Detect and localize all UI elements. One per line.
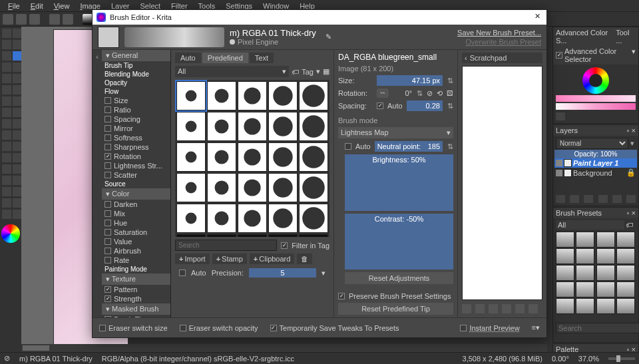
freehand-path-tool[interactable] — [2, 85, 11, 94]
prop-lightness-str-[interactable]: Lightness Str... — [102, 161, 170, 170]
preset-item[interactable] — [616, 232, 635, 248]
bezier-tool[interactable] — [13, 74, 22, 83]
status-angle[interactable]: 0.00° — [552, 355, 569, 363]
blend-mode-select[interactable]: Normal — [556, 138, 628, 149]
tab-predefined[interactable]: Predefined — [202, 53, 248, 63]
collapse-properties[interactable]: ‹ — [93, 50, 102, 317]
docker-tab-adv-color[interactable]: Advanced Color S... — [556, 29, 616, 45]
brush-tip-item[interactable] — [176, 173, 206, 202]
section-texture[interactable]: Texture — [112, 275, 136, 283]
brush-tip-item[interactable] — [176, 112, 206, 141]
precision-auto-check[interactable] — [179, 270, 186, 276]
dialog-titlebar[interactable]: Brush Editor - Krita ✕ — [93, 10, 546, 25]
scratch-reset-icon[interactable] — [529, 304, 538, 313]
scratch-fill-icon[interactable] — [475, 304, 485, 313]
checkbox[interactable] — [105, 257, 111, 264]
assistants-tool[interactable] — [13, 142, 22, 151]
prop-airbrush[interactable]: Airbrush — [102, 246, 170, 256]
prop-opacity[interactable]: Opacity — [102, 79, 170, 87]
prop-mirror[interactable]: Mirror — [102, 124, 170, 133]
brush-tool[interactable] — [13, 51, 22, 61]
preset-item[interactable] — [556, 232, 574, 248]
prop-saturation[interactable]: Saturation — [102, 228, 170, 237]
preset-item[interactable] — [616, 265, 635, 281]
brush-tip-item[interactable] — [268, 234, 298, 237]
spacing-auto-check[interactable] — [377, 102, 383, 109]
prop-ratio[interactable]: Ratio — [102, 105, 170, 114]
preset-item[interactable] — [576, 232, 594, 248]
prop-painting-mode[interactable]: Painting Mode — [102, 265, 170, 273]
magnetic-select-tool[interactable] — [13, 198, 22, 208]
layer-paint-1[interactable]: Paint Layer 1 — [554, 158, 637, 168]
section-masked[interactable]: Masked Brush — [112, 305, 158, 313]
save-doc-icon[interactable] — [29, 14, 40, 25]
preset-item[interactable] — [576, 298, 594, 314]
precision-slider[interactable]: 5 — [249, 268, 316, 277]
rotation-dial-icon[interactable]: ↔ — [377, 89, 389, 98]
brush-tip-item[interactable] — [299, 142, 328, 172]
checkbox[interactable] — [105, 162, 111, 169]
checkbox[interactable] — [105, 220, 111, 226]
checkbox[interactable] — [105, 229, 111, 236]
docker-float-icon[interactable]: ▫ — [627, 126, 630, 134]
prop-scatter[interactable]: Scatter — [102, 170, 170, 180]
brush-mode-select[interactable]: Lightness Map▾ — [338, 127, 453, 138]
brush-tip-item[interactable] — [207, 204, 236, 233]
prop-spacing[interactable]: Spacing — [102, 114, 170, 124]
shape-edit-tool[interactable] — [2, 40, 11, 49]
docker-float-icon[interactable]: ▫ — [627, 209, 630, 217]
brush-tip-item[interactable] — [207, 173, 236, 202]
preset-item[interactable] — [576, 248, 594, 264]
scratch-brush-icon[interactable] — [462, 304, 471, 313]
contiguous-select-tool[interactable] — [2, 187, 11, 196]
poly-select-tool[interactable] — [13, 176, 22, 185]
calligraphy-tool[interactable] — [13, 40, 22, 49]
menu-view[interactable]: View — [49, 1, 75, 11]
preset-search[interactable] — [556, 323, 639, 333]
preset-item[interactable] — [556, 298, 574, 314]
move-tool[interactable] — [2, 29, 11, 38]
prop-source[interactable]: Source — [102, 180, 170, 188]
text-tool[interactable] — [13, 29, 22, 38]
brush-tip-item[interactable] — [299, 173, 328, 202]
neutral-auto-check[interactable] — [345, 143, 351, 150]
spacing-field[interactable]: 0.28 — [407, 100, 443, 111]
preset-item[interactable] — [556, 265, 574, 281]
prop-rotation[interactable]: Rotation — [102, 152, 170, 161]
rot-rand-icon[interactable]: ⚄ — [447, 89, 453, 98]
brush-tip-item[interactable] — [238, 81, 267, 110]
checkbox[interactable] — [105, 153, 111, 160]
freehand-select-tool[interactable] — [2, 176, 11, 185]
preset-tag-select[interactable]: All — [556, 220, 624, 230]
docker-menu-icon[interactable]: ▾ — [632, 47, 636, 63]
rect-tool[interactable] — [2, 63, 11, 72]
rot-reset-icon[interactable]: ⊘ — [427, 89, 433, 98]
new-doc-icon[interactable] — [3, 14, 13, 25]
duplicate-layer-icon[interactable] — [570, 195, 579, 203]
spinner-icon[interactable]: ⇅ — [447, 142, 453, 151]
menu-file[interactable]: File — [3, 1, 25, 11]
prop-size[interactable]: Size — [102, 96, 170, 105]
brush-tip-item[interactable] — [268, 81, 298, 110]
pattern-edit-tool[interactable] — [13, 130, 22, 140]
horizontal-scrollbar[interactable] — [21, 344, 547, 352]
prop-value[interactable]: Value — [102, 237, 170, 246]
zoom-tool[interactable] — [2, 210, 11, 219]
scratchpad-canvas[interactable] — [462, 66, 542, 300]
similar-select-tool[interactable] — [13, 187, 22, 196]
prop-mix[interactable]: Mix — [102, 209, 170, 218]
brush-tip-item[interactable] — [207, 112, 236, 141]
brush-tip-item[interactable] — [238, 173, 267, 202]
tag-filter-select[interactable]: All▾ — [175, 66, 289, 77]
checkbox[interactable] — [105, 286, 111, 293]
checkbox[interactable] — [105, 116, 111, 122]
ellipse-select-tool[interactable] — [13, 164, 22, 174]
section-general[interactable]: General — [112, 51, 138, 59]
scratch-layer-icon[interactable] — [502, 304, 511, 313]
stamp-button[interactable]: +Stamp — [212, 254, 247, 264]
layer-props-icon[interactable] — [612, 195, 622, 203]
collapse-scratch-icon[interactable]: ‹ — [465, 54, 467, 62]
size-field[interactable]: 47.15 px — [377, 75, 443, 86]
adv-sel-check[interactable] — [556, 52, 562, 59]
filter-in-tag-check[interactable] — [281, 242, 288, 249]
